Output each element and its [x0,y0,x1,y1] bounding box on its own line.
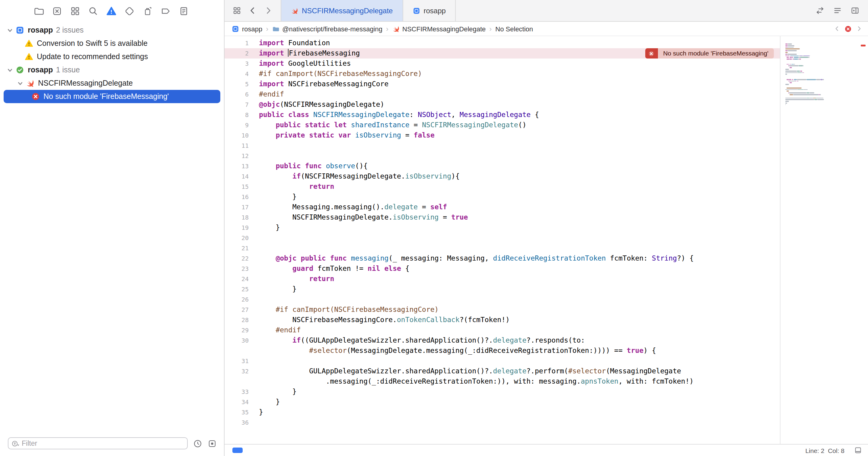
code-line[interactable] [253,233,259,243]
line-number[interactable]: 28 [224,315,253,325]
line-number[interactable]: 6 [224,89,253,100]
line-number[interactable]: 18 [224,212,253,223]
code-line[interactable]: #endif [253,325,301,335]
code-line-row[interactable]: 16 } [224,192,780,202]
line-number[interactable]: 36 [224,417,253,428]
line-number[interactable]: 8 [224,110,253,120]
code-line[interactable] [253,417,259,428]
code-line-row[interactable]: 26 [224,294,780,304]
code-line[interactable] [253,294,259,304]
code-line-row[interactable]: 14 if(NSCFIRMessagingDelegate.isObservin… [224,171,780,182]
line-number[interactable]: 20 [224,233,253,243]
code-line-row[interactable]: 19 } [224,223,780,233]
line-number[interactable]: 24 [224,274,253,284]
line-number[interactable]: 2 [224,48,253,59]
code-line-row[interactable]: 15 return [224,182,780,192]
line-number[interactable]: 5 [224,79,253,89]
breadcrumb-item[interactable]: @nativescript/firebase-messaging [272,25,382,32]
code-line-row[interactable]: 4#if canImport(NSCFirebaseMessagingCore) [224,69,780,79]
find-navigator-icon[interactable] [88,6,98,16]
code-line[interactable]: NSCFirebaseMessagingCore.onTokenCallback… [253,315,510,325]
code-line[interactable]: .messaging(_:didReceiveRegistrationToken… [253,377,693,387]
line-number[interactable]: 26 [224,294,253,304]
code-line[interactable]: @objc(NSCFIRMessagingDelegate) [253,100,384,110]
code-line-row[interactable]: 5import NSCFirebaseMessagingCore [224,79,780,89]
code-line-row[interactable]: 1import Foundation [224,38,780,48]
add-editor-icon[interactable] [850,6,860,15]
code-line[interactable] [253,151,259,161]
minimap[interactable] [780,36,868,444]
code-line[interactable]: public static let sharedInstance = NSCFI… [253,120,526,130]
line-number[interactable]: 32 [224,366,253,377]
issue-warning-swift5[interactable]: Conversion to Swift 5 is available [0,37,224,50]
code-line-row[interactable]: 32 GULAppDelegateSwizzler.sharedApplicat… [224,366,780,377]
line-number[interactable]: 34 [224,397,253,407]
code-line-row[interactable]: 22 @objc public func messaging(_ messagi… [224,253,780,264]
issue-file-nscfirmessagingdelegate[interactable]: NSCFIRMessagingDelegate [0,76,224,90]
code-line[interactable]: } [253,192,297,202]
filter-scope-icon[interactable] [208,439,217,448]
code-line[interactable]: if((GULAppDelegateSwizzler.sharedApplica… [253,335,585,346]
code-line[interactable] [253,243,259,253]
code-line[interactable]: #if canImport(NSCFirebaseMessagingCore) [253,69,422,79]
code-view[interactable]: 1import Foundation2import FirebaseMessag… [224,36,780,444]
line-number[interactable]: 15 [224,182,253,192]
line-number[interactable]: 7 [224,100,253,110]
code-line[interactable]: } [253,407,263,417]
line-number[interactable]: 22 [224,253,253,264]
code-line[interactable]: #endif [253,89,284,100]
code-line-row[interactable]: 2import FirebaseMessagingNo such module … [224,48,780,59]
code-line-row[interactable]: .messaging(_:didReceiveRegistrationToken… [224,377,780,387]
report-navigator-icon[interactable] [179,6,189,16]
line-number[interactable]: 19 [224,223,253,233]
breadcrumb-item[interactable]: NSCFIRMessagingDelegate [392,25,486,32]
issue-navigator-icon[interactable] [106,6,117,16]
line-number[interactable]: 25 [224,284,253,294]
code-line-row[interactable]: 12 [224,151,780,161]
breadcrumb-item[interactable]: rosapp [232,25,262,32]
code-line-row[interactable]: 7@objc(NSCFIRMessagingDelegate) [224,100,780,110]
code-line-row[interactable]: 24 return [224,274,780,284]
code-line-row[interactable]: 35} [224,407,780,417]
previous-issue-icon[interactable] [834,25,840,32]
line-number[interactable]: 16 [224,192,253,202]
recent-issues-icon[interactable] [193,439,202,448]
editor-options-icon[interactable] [833,6,842,15]
code-line-row[interactable]: 23 guard fcmToken != nil else { [224,264,780,274]
line-number[interactable]: 21 [224,243,253,253]
breakpoint-toggle[interactable] [232,448,243,453]
code-line[interactable]: return [253,182,334,192]
line-number[interactable]: 27 [224,304,253,315]
code-line-row[interactable]: 29 #endif [224,325,780,335]
issue-error-no-such-module[interactable]: No such module 'FirebaseMessaging' [4,90,220,103]
line-number[interactable]: 3 [224,59,253,69]
code-line-row[interactable]: #selector(MessagingDelegate.messaging(_:… [224,346,780,356]
issue-count-error-icon[interactable] [844,25,852,32]
back-button[interactable] [248,6,257,15]
line-number[interactable] [224,346,253,356]
code-line-row[interactable]: 25 } [224,284,780,294]
symbol-navigator-icon[interactable] [70,6,80,16]
error-annotation[interactable]: No such module 'FirebaseMessaging' [645,48,774,59]
code-line[interactable]: private static var isObserving = false [253,130,435,140]
line-number[interactable] [224,377,253,387]
line-number[interactable]: 14 [224,171,253,182]
debug-navigator-icon[interactable] [143,6,153,16]
code-line[interactable]: import FirebaseMessaging [253,48,360,59]
filter-input[interactable]: Filter [8,437,188,449]
code-line-row[interactable]: 36 [224,417,780,428]
code-line-row[interactable]: 28 NSCFirebaseMessagingCore.onTokenCallb… [224,315,780,325]
code-line[interactable]: @objc public func messaging(_ messaging:… [253,253,693,264]
code-line[interactable]: if(NSCFIRMessagingDelegate.isObserving){ [253,171,460,182]
line-number[interactable]: 13 [224,161,253,171]
next-issue-icon[interactable] [856,25,863,32]
line-number[interactable]: 4 [224,69,253,79]
code-line-row[interactable]: 3import GoogleUtilities [224,59,780,69]
code-line-row[interactable]: 11 [224,140,780,151]
editor-mode-icon[interactable] [854,446,862,454]
code-line[interactable]: #selector(MessagingDelegate.messaging(_:… [253,346,656,356]
code-line[interactable] [253,356,259,366]
code-line[interactable]: #if canImport(NSCFirebaseMessagingCore) [253,304,438,315]
line-number[interactable]: 1 [224,38,253,48]
forward-button[interactable] [264,6,273,15]
